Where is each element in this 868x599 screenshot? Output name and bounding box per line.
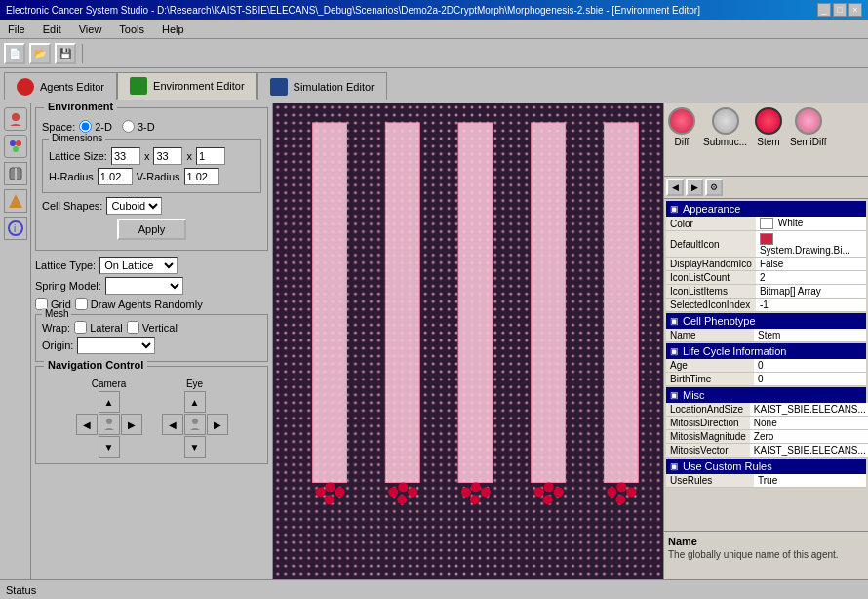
h-radius-label: H-Radius (49, 171, 94, 182)
svg-point-2 (16, 140, 21, 146)
agent-stem[interactable]: Stem (755, 107, 782, 147)
lattice-y-input[interactable]: 33 (153, 147, 182, 165)
menu-view[interactable]: View (75, 22, 106, 36)
tab-environment[interactable]: Environment Editor (117, 72, 257, 100)
eye-down[interactable]: ▼ (184, 436, 206, 458)
minimize-button[interactable]: _ (817, 3, 831, 17)
prop-name-color: Color (666, 217, 756, 231)
radio-2d[interactable]: 2-D (79, 120, 112, 133)
lateral-checkbox[interactable] (74, 321, 87, 334)
prop-name-userules: UseRules (666, 474, 754, 488)
prop-value-age: 0 (754, 359, 866, 373)
bottom-info-text: The globally unique name of this agent. (668, 549, 864, 560)
wrap-row: Wrap: Lateral Vertical (42, 321, 261, 334)
toolbar: 📄 📂 💾 (0, 39, 868, 68)
prop-value-color: White (756, 217, 866, 231)
radio-3d[interactable]: 3-D (122, 120, 155, 133)
agent-submc[interactable]: Submuc... (703, 107, 747, 147)
prop-row-mitosisvector: MitosisVector KAIST_SBIE.ELECANS... (666, 443, 868, 457)
environment-group-title: Environment (44, 103, 117, 112)
cell-shapes-label: Cell Shapes: (42, 200, 102, 212)
draw-agents-checkbox-label[interactable]: Draw Agents Randomly (75, 298, 203, 310)
eye-left[interactable]: ◀ (162, 414, 183, 435)
camera-left[interactable]: ◀ (76, 414, 98, 435)
prop-name-birthtime: BirthTime (666, 372, 754, 385)
v-radius-input[interactable]: 1.02 (184, 168, 219, 185)
appearance-expand-icon: ▣ (670, 204, 679, 214)
menu-edit[interactable]: Edit (39, 22, 65, 36)
lateral-checkbox-label[interactable]: Lateral (74, 321, 123, 334)
svg-point-31 (325, 495, 335, 504)
prop-btn-3[interactable]: ⚙ (705, 179, 723, 196)
side-icon-4[interactable] (4, 189, 27, 213)
left-icon-strip: i (0, 103, 31, 579)
menu-file[interactable]: File (4, 22, 29, 36)
svg-point-10 (192, 419, 198, 424)
prop-btn-1[interactable]: ◀ (666, 179, 684, 196)
cellphenotype-header[interactable]: ▣ Cell Phenotype (666, 313, 866, 329)
agent-diff[interactable]: Diff (668, 107, 695, 147)
menu-help[interactable]: Help (158, 22, 188, 36)
svg-point-35 (397, 495, 407, 504)
camera-right[interactable]: ▶ (121, 414, 142, 435)
menu-tools[interactable]: Tools (115, 22, 148, 36)
eye-up[interactable]: ▲ (184, 391, 206, 413)
vertical-label: Vertical (142, 322, 178, 334)
space-radio-group: 2-D 3-D (79, 120, 154, 133)
eye-right[interactable]: ▶ (207, 414, 228, 435)
side-icon-2[interactable] (4, 135, 27, 158)
radio-2d-input[interactable] (79, 120, 92, 133)
lifecycle-header[interactable]: ▣ Life Cycle Information (666, 343, 866, 359)
svg-point-29 (326, 482, 335, 492)
close-button[interactable]: × (848, 3, 862, 17)
svg-point-33 (398, 482, 408, 492)
eye-group: Eye ▲ ◀ ▶ ▼ (162, 379, 228, 458)
lattice-z-input[interactable]: 1 (196, 147, 225, 165)
prop-btn-2[interactable]: ▶ (686, 179, 703, 196)
side-icon-5[interactable]: i (4, 217, 27, 240)
svg-point-42 (554, 487, 564, 497)
side-icon-1[interactable] (4, 107, 27, 131)
agents-tab-icon (17, 78, 34, 96)
svg-point-41 (544, 482, 554, 492)
camera-up[interactable]: ▲ (99, 391, 120, 413)
radio-3d-input[interactable] (122, 120, 135, 133)
customrules-header[interactable]: ▣ Use Custom Rules (666, 459, 866, 474)
icon-swatch (760, 233, 773, 245)
appearance-section: ▣ Appearance Color White DefaultIcon (666, 201, 866, 312)
svg-point-30 (335, 487, 345, 497)
mesh-title: Mesh (42, 308, 71, 319)
camera-down[interactable]: ▼ (99, 436, 120, 458)
draw-agents-checkbox[interactable] (75, 298, 88, 310)
origin-select[interactable] (77, 337, 155, 354)
submc-icon (712, 107, 739, 135)
title-buttons[interactable]: _ □ × (817, 3, 862, 17)
svg-rect-15 (316, 126, 344, 480)
tab-simulation[interactable]: Simulation Editor (257, 72, 387, 100)
apply-button[interactable]: Apply (117, 219, 187, 240)
cell-shapes-select[interactable]: Cuboid (106, 197, 162, 215)
prop-value-defaulticon: System.Drawing.Bi... (756, 231, 866, 257)
tab-environment-label: Environment Editor (153, 80, 245, 92)
h-radius-input[interactable]: 1.02 (98, 168, 133, 185)
cellphenotype-title: Cell Phenotype (683, 315, 756, 327)
side-icon-3[interactable] (4, 162, 27, 185)
eye-mid-row: ◀ ▶ (162, 414, 228, 435)
vertical-checkbox-label[interactable]: Vertical (127, 321, 178, 334)
new-button[interactable]: 📄 (4, 43, 25, 64)
prop-value-selectedicon: -1 (756, 298, 866, 311)
save-button[interactable]: 💾 (55, 43, 76, 64)
vertical-checkbox[interactable] (127, 321, 139, 334)
maximize-button[interactable]: □ (833, 3, 847, 17)
dimensions-title: Dimensions (49, 133, 105, 143)
lattice-type-select[interactable]: On Lattice (99, 257, 178, 274)
agent-semidiff[interactable]: SemiDiff (790, 107, 827, 147)
open-button[interactable]: 📂 (29, 43, 51, 64)
appearance-header[interactable]: ▣ Appearance (666, 201, 866, 217)
lattice-x-input[interactable]: 33 (111, 147, 140, 165)
prop-value-mitosismagnitude: Zero (750, 429, 868, 443)
misc-header[interactable]: ▣ Misc (666, 387, 866, 403)
spring-model-select[interactable] (105, 277, 183, 295)
tab-agents[interactable]: Agents Editor (4, 72, 117, 100)
svg-rect-24 (534, 126, 563, 480)
